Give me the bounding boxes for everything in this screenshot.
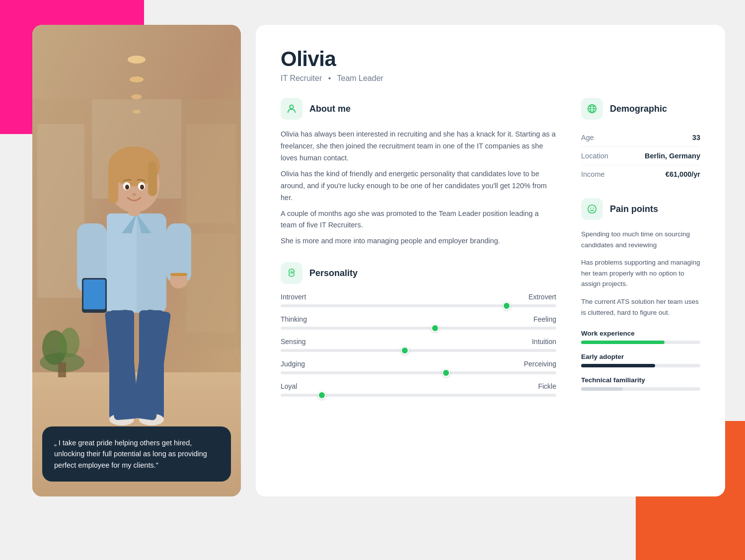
- about-icon: [281, 98, 302, 120]
- metric-early-adopter-fill: [581, 364, 655, 367]
- label-sensing: Sensing: [281, 338, 306, 346]
- metric-work-experience-fill: [581, 341, 665, 344]
- slider-loyal-fickle: Loyal Fickle: [281, 382, 556, 397]
- sad-face-icon: [587, 204, 597, 214]
- svg-rect-13: [186, 233, 236, 333]
- slider-dot-2: [431, 324, 439, 332]
- slider-sensing-intuition: Sensing Intuition: [281, 338, 556, 352]
- svg-rect-40: [170, 273, 187, 276]
- pain-points-section: Pain points Spending too much time on so…: [581, 198, 700, 318]
- demo-age-value: 33: [692, 134, 700, 141]
- about-text-container: Olivia has always been interested in rec…: [281, 129, 556, 247]
- pain-points-icon: [581, 198, 603, 220]
- demo-location-label: Location: [581, 152, 608, 160]
- metric-work-experience-track: [581, 341, 700, 344]
- photo-panel: „ I take great pride helping others get …: [32, 25, 241, 496]
- svg-rect-37: [83, 280, 105, 309]
- svg-point-54: [590, 208, 591, 209]
- pain-points-title: Pain points: [610, 204, 658, 214]
- svg-point-33: [132, 193, 136, 196]
- quote-text: „ I take great pride helping others get …: [54, 439, 207, 469]
- role-separator: •: [328, 74, 331, 82]
- label-thinking: Thinking: [281, 315, 307, 323]
- slider-introvert-extrovert: Introvert Extrovert: [281, 293, 556, 307]
- svg-point-18: [60, 328, 79, 357]
- label-intuition: Intuition: [532, 338, 556, 346]
- profile-header: Olivia IT Recruiter • Team Leader: [281, 47, 700, 98]
- label-introvert: Introvert: [281, 293, 306, 301]
- svg-point-55: [593, 208, 594, 209]
- svg-point-9: [131, 94, 142, 99]
- demographic-data: Age 33 Location Berlin, Germany Income €…: [581, 129, 700, 183]
- photo-background: [32, 25, 241, 496]
- demo-location-row: Location Berlin, Germany: [581, 147, 700, 165]
- role2: Team Leader: [337, 74, 383, 82]
- slider-labels-3: Sensing Intuition: [281, 338, 556, 346]
- slider-labels-2: Thinking Feeling: [281, 315, 556, 323]
- slider-track-3: [281, 349, 556, 352]
- content-card: Olivia IT Recruiter • Team Leader: [256, 25, 725, 496]
- svg-point-53: [588, 205, 596, 213]
- about-para-1: Olivia has always been interested in rec…: [281, 129, 556, 164]
- svg-point-10: [133, 110, 141, 114]
- metric-technical-familiarity-label: Technical familiarity: [581, 376, 700, 384]
- about-para-3: A couple of months ago she was promoted …: [281, 208, 556, 232]
- content-columns: About me Olivia has always been interest…: [281, 98, 700, 477]
- demo-location-value: Berlin, Germany: [645, 152, 700, 160]
- metric-work-experience-label: Work experience: [581, 330, 700, 337]
- demo-income-value: €61,000/yr: [666, 170, 700, 178]
- pain-text-1: Spending too much time on sourcing candi…: [581, 229, 700, 250]
- pain-text-2: Has problems supporting and managing her…: [581, 257, 700, 289]
- about-title: About me: [309, 104, 351, 114]
- label-judging: Judging: [281, 360, 305, 368]
- svg-point-47: [290, 105, 293, 109]
- label-extrovert: Extrovert: [528, 293, 556, 301]
- svg-point-32: [140, 185, 144, 190]
- slider-dot-5: [318, 391, 326, 399]
- globe-icon: [587, 103, 597, 114]
- demo-income-row: Income €61,000/yr: [581, 165, 700, 183]
- main-container: „ I take great pride helping others get …: [0, 0, 745, 560]
- demo-income-label: Income: [581, 170, 605, 178]
- personality-section-header: Personality: [281, 262, 556, 284]
- demo-age-label: Age: [581, 134, 594, 141]
- personality-section: Personality Introvert Extrovert: [281, 262, 556, 397]
- slider-dot-1: [503, 302, 511, 310]
- label-feeling: Feeling: [533, 315, 556, 323]
- profile-name: Olivia: [281, 47, 700, 71]
- metric-technical-familiarity: Technical familiarity: [581, 376, 700, 391]
- slider-labels-1: Introvert Extrovert: [281, 293, 556, 301]
- pain-text-3: The current ATS solution her team uses i…: [581, 296, 700, 318]
- brain-icon: [286, 268, 297, 279]
- svg-rect-28: [148, 161, 157, 196]
- svg-point-31: [125, 185, 129, 190]
- slider-track-4: [281, 371, 556, 374]
- person-icon: [286, 103, 297, 114]
- slider-track-1: [281, 304, 556, 307]
- label-loyal: Loyal: [281, 382, 297, 390]
- svg-point-7: [128, 56, 146, 64]
- metric-early-adopter: Early adopter: [581, 353, 700, 367]
- pain-points-section-header: Pain points: [581, 198, 700, 220]
- slider-labels-4: Judging Perceiving: [281, 360, 556, 368]
- svg-rect-12: [186, 124, 236, 223]
- role1: IT Recruiter: [281, 74, 322, 82]
- metric-technical-familiarity-track: [581, 387, 700, 391]
- slider-dot-3: [401, 347, 409, 354]
- slider-labels-5: Loyal Fickle: [281, 382, 556, 390]
- right-column: Demographic Age 33 Location Berlin, Germ…: [581, 98, 700, 477]
- label-fickle: Fickle: [538, 382, 556, 390]
- demographic-icon: [581, 98, 603, 120]
- about-para-4: She is more and more into managing peopl…: [281, 235, 556, 247]
- personality-icon: [281, 262, 302, 284]
- metric-work-experience: Work experience: [581, 330, 700, 344]
- svg-rect-27: [108, 164, 118, 204]
- about-para-2: Olivia has the kind of friendly and ener…: [281, 168, 556, 204]
- metric-early-adopter-track: [581, 364, 700, 367]
- personality-title: Personality: [309, 268, 358, 279]
- label-perceiving: Perceiving: [524, 360, 556, 368]
- about-section-header: About me: [281, 98, 556, 120]
- metric-early-adopter-label: Early adopter: [581, 353, 700, 360]
- demo-age-row: Age 33: [581, 129, 700, 147]
- metric-technical-familiarity-fill: [581, 387, 623, 391]
